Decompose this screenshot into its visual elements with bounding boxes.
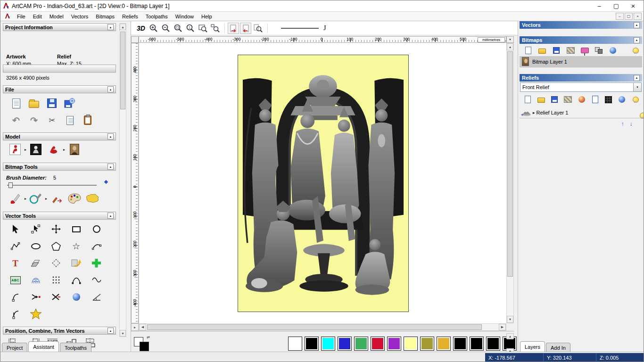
new-model-icon[interactable] (7, 96, 25, 111)
block-copy-plus-icon[interactable] (86, 255, 107, 271)
zoom-window-icon[interactable] (173, 23, 184, 34)
import-3d-model-icon[interactable] (61, 96, 79, 111)
abc-text-block-icon[interactable]: ABC (5, 272, 25, 288)
open-bitmap-icon[interactable] (535, 45, 549, 56)
bezier-curve-icon[interactable] (66, 272, 86, 288)
menu-vectors[interactable]: Vectors (67, 12, 92, 21)
new-bitmap-icon[interactable] (521, 45, 535, 56)
zoom-objects-icon[interactable] (209, 23, 221, 34)
collapse-icon[interactable]: ▲ (107, 133, 114, 140)
pan-corner-icon[interactable]: ▸ (131, 323, 139, 331)
blue-sphere-icon[interactable] (66, 289, 86, 305)
polygon-icon[interactable] (46, 238, 66, 254)
warm-sphere-icon[interactable] (575, 94, 588, 105)
offset-vectors-icon[interactable] (25, 255, 46, 271)
zoom-out-icon[interactable] (160, 23, 172, 34)
collapse-icon[interactable]: ▲ (634, 37, 640, 43)
combo-dropdown-icon[interactable]: ▼ (633, 83, 641, 91)
menu-window[interactable]: Window (172, 12, 198, 21)
menu-file[interactable]: File (13, 12, 29, 21)
sponge-eraser-icon[interactable] (83, 191, 101, 206)
clipboard-icon[interactable] (79, 113, 97, 128)
move-layer-up-icon[interactable]: ↑ (619, 120, 626, 127)
palette-swatch[interactable] (371, 337, 385, 351)
mdi-restore-icon[interactable]: ▢ (625, 13, 633, 20)
cut-vectors-icon[interactable] (46, 289, 66, 305)
collapse-icon[interactable]: ▲ (107, 164, 114, 170)
load-picture-icon[interactable] (66, 142, 83, 157)
palette-scroll-up-icon[interactable]: ▲ (506, 333, 514, 339)
menu-model[interactable]: Model (46, 12, 67, 21)
scrollbar-thumb[interactable] (507, 51, 513, 277)
menu-bitmaps[interactable]: Bitmaps (92, 12, 118, 21)
star-icon[interactable]: ☆ (66, 238, 86, 254)
smooth-spline-icon[interactable] (86, 272, 107, 288)
collapse-icon[interactable]: ▲ (634, 75, 640, 81)
cut-icon[interactable]: ✂ (43, 113, 61, 128)
texture-icon[interactable] (563, 45, 578, 56)
visibility-bulb-icon[interactable] (628, 45, 642, 56)
measure-icon[interactable] (86, 289, 107, 305)
texture-relief-icon[interactable] (561, 94, 575, 105)
palette-swatch[interactable] (338, 337, 352, 351)
arc-icon[interactable] (86, 238, 107, 254)
redo-icon[interactable]: ↷ (25, 113, 43, 128)
palette-swatch[interactable] (288, 337, 302, 351)
close-icon[interactable]: × (625, 0, 642, 11)
dashed-diamond-icon[interactable] (46, 255, 66, 271)
collapse-icon[interactable]: ▲ (107, 24, 114, 30)
palette-swatch[interactable] (420, 337, 434, 351)
save-bitmap-icon[interactable] (549, 45, 563, 56)
tab-add-in[interactable]: Add In (546, 343, 570, 352)
menu-reliefs[interactable]: Reliefs (118, 12, 142, 21)
zoom-fit-icon[interactable] (197, 23, 208, 34)
scroll-up-icon[interactable]: ▲ (120, 24, 126, 30)
rectangle-icon[interactable] (66, 221, 86, 237)
join-vectors-icon[interactable] (25, 289, 46, 305)
tab-toolpaths[interactable]: Toolpaths (60, 343, 91, 352)
maximize-icon[interactable]: ▢ (608, 0, 625, 11)
chevron-right-icon[interactable]: ▸ (63, 148, 65, 152)
dot-grid-icon[interactable] (46, 272, 66, 288)
scroll-up-icon[interactable]: ▲ (507, 43, 513, 50)
scroll-down-icon[interactable]: ▼ (507, 316, 513, 323)
select-vectors-icon[interactable] (5, 221, 25, 237)
mdi-minimize-icon[interactable]: – (616, 13, 624, 20)
visibility-bulb-icon[interactable] (629, 94, 643, 105)
toggle-page-1-icon[interactable] (228, 23, 239, 34)
polyline-icon[interactable] (5, 238, 25, 254)
menu-toolpaths[interactable]: Toolpaths (142, 12, 172, 21)
colour-palette-icon[interactable] (66, 191, 83, 206)
scrollbar-thumb[interactable] (120, 32, 125, 109)
greyscale-figure-icon[interactable] (27, 142, 45, 157)
relief-set-combobox[interactable]: Front Relief ▼ (520, 82, 642, 92)
zoom-in-icon[interactable] (148, 23, 159, 34)
palette-swatch[interactable] (321, 337, 335, 351)
bitmap-layer-row[interactable]: Bitmap Layer 1 (520, 56, 642, 67)
paint-selective-icon[interactable] (48, 191, 66, 206)
canvas-hscrollbar[interactable]: ◀ ▶ (139, 323, 506, 331)
set-model-size-icon[interactable] (6, 142, 24, 157)
palette-swatch[interactable] (305, 337, 319, 351)
paint-brush-icon[interactable] (6, 191, 24, 206)
palette-swatch[interactable] (387, 337, 401, 351)
palette-swatch[interactable] (404, 337, 418, 351)
swap-colours-icon[interactable]: ⇄ (147, 335, 150, 339)
palette-swatch[interactable] (437, 337, 451, 351)
ellipse-icon[interactable] (25, 238, 46, 254)
transform-vectors-icon[interactable] (46, 221, 66, 237)
view-3d-button[interactable]: 3D (135, 23, 147, 34)
2d-view-canvas[interactable] (139, 43, 506, 323)
expander-icon[interactable]: ▸ (533, 110, 535, 115)
tab-project[interactable]: Project (2, 343, 27, 352)
zoom-page-icon[interactable] (252, 23, 264, 34)
menu-edit[interactable]: Edit (29, 12, 46, 21)
undo-icon[interactable]: ↶ (7, 113, 25, 128)
chevron-right-icon[interactable]: ▸ (45, 197, 47, 201)
chevron-right-icon[interactable]: ▸ (25, 148, 26, 152)
open-model-icon[interactable] (25, 96, 43, 111)
arc-handle-icon[interactable] (5, 289, 25, 305)
tab-assistant[interactable]: Assistant (28, 341, 59, 352)
scroll-right-icon[interactable]: ▶ (499, 324, 506, 330)
scrollbar-thumb[interactable] (147, 324, 482, 330)
